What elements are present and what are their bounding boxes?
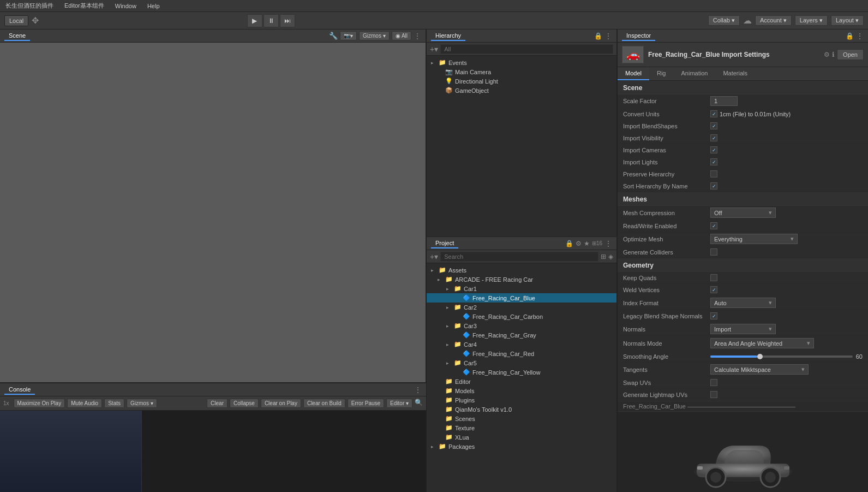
menu-editor[interactable]: Editor基本组件 xyxy=(62,1,106,11)
project-item-car4[interactable]: ▸ 📁 Car4 xyxy=(427,340,616,349)
project-item-texture[interactable]: 📁 Texture xyxy=(427,423,616,432)
weld-vertices-checkbox[interactable] xyxy=(710,286,717,293)
project-item-assets[interactable]: ▸ 📁 Assets xyxy=(427,265,616,275)
inspector-more-btn[interactable]: ⋮ xyxy=(856,32,864,40)
project-item-models[interactable]: 📁 Models xyxy=(427,386,616,395)
normals-mode-dropdown[interactable]: Area And Angle Weighted xyxy=(710,338,814,348)
layout-button[interactable]: Layout ▾ xyxy=(831,15,864,26)
import-tab-model[interactable]: Model xyxy=(618,67,649,80)
inspector-info-icon[interactable]: ℹ xyxy=(832,51,835,58)
normals-dropdown[interactable]: Import xyxy=(710,324,776,334)
project-item-plugins[interactable]: 📁 Plugins xyxy=(427,395,616,405)
generate-colliders-checkbox[interactable] xyxy=(710,248,717,256)
play-button[interactable]: ▶ xyxy=(247,14,262,27)
local-button[interactable]: Local xyxy=(4,15,28,26)
scene-tab[interactable]: Scene xyxy=(4,31,30,41)
hierarchy-more-btn[interactable]: ⋮ xyxy=(604,32,612,40)
layers-button[interactable]: Layers ▾ xyxy=(795,15,828,26)
inspector-tab[interactable]: Inspector xyxy=(622,31,655,41)
project-settings-icon[interactable]: ⚙ xyxy=(576,240,582,247)
clear-on-build-btn[interactable]: Clear on Build xyxy=(303,399,345,408)
generate-lightmap-checkbox[interactable] xyxy=(710,391,717,398)
project-item-car-red[interactable]: 🔷 Free_Racing_Car_Red xyxy=(427,349,616,358)
cloud-icon[interactable]: ☁ xyxy=(743,15,752,26)
gizmos-button[interactable]: Gizmos ▾ xyxy=(359,31,390,40)
import-visibility-checkbox[interactable] xyxy=(710,134,717,141)
convert-units-checkbox[interactable] xyxy=(710,110,717,117)
import-cameras-checkbox[interactable] xyxy=(710,146,717,153)
project-tab[interactable]: Project xyxy=(431,239,458,248)
maximize-btn[interactable]: Maximize On Play xyxy=(14,399,65,408)
project-lock-icon[interactable]: 🔒 xyxy=(565,240,573,247)
account-button[interactable]: Account ▾ xyxy=(755,15,792,26)
hierarchy-item-dir-light[interactable]: 💡 Directional Light xyxy=(427,76,616,86)
import-tab-materials[interactable]: Materials xyxy=(715,67,755,80)
search-console-icon[interactable]: 🔍 xyxy=(415,399,423,408)
wrench-icon[interactable]: 🔧 xyxy=(329,32,338,40)
project-filter-icon[interactable]: ◈ xyxy=(608,253,613,260)
hierarchy-tab[interactable]: Hierarchy xyxy=(431,31,465,41)
project-item-car-blue[interactable]: 🔷 Free_Racing_Car_Blue xyxy=(427,293,616,303)
swap-uvs-checkbox[interactable] xyxy=(710,379,717,386)
open-button[interactable]: Open xyxy=(837,49,864,60)
clear-btn[interactable]: Clear xyxy=(207,399,228,408)
mute-btn[interactable]: Mute Audio xyxy=(67,399,102,408)
project-item-xlua[interactable]: 📁 XLua xyxy=(427,432,616,442)
menu-help[interactable]: Help xyxy=(145,2,162,10)
console-tab[interactable]: Console xyxy=(4,385,35,395)
transform-icon[interactable]: ✥ xyxy=(32,15,39,26)
inspector-lock-icon[interactable]: 🔒 xyxy=(846,32,854,40)
project-item-qianmo[interactable]: 📁 QianMo's Toolkit v1.0 xyxy=(427,405,616,414)
scene-more-button[interactable]: ⋮ xyxy=(414,32,421,40)
preserve-hierarchy-checkbox[interactable] xyxy=(710,170,717,177)
hierarchy-lock-icon[interactable]: 🔒 xyxy=(594,32,602,40)
project-item-scenes[interactable]: 📁 Scenes xyxy=(427,414,616,423)
menu-window[interactable]: Window xyxy=(113,2,139,10)
keep-quads-checkbox[interactable] xyxy=(710,274,717,281)
collapse-btn[interactable]: Collapse xyxy=(230,399,259,408)
step-button[interactable]: ⏭ xyxy=(280,14,295,27)
smoothing-slider-track[interactable] xyxy=(710,355,853,358)
project-item-arcade[interactable]: ▸ 📁 ARCADE - FREE Racing Car xyxy=(427,275,616,284)
tangents-dropdown[interactable]: Calculate Mikktspace xyxy=(710,364,809,375)
stats-btn[interactable]: Stats xyxy=(104,399,124,408)
import-blendshapes-checkbox[interactable] xyxy=(710,122,717,129)
hierarchy-search[interactable] xyxy=(440,44,613,54)
console-more-button[interactable]: ⋮ xyxy=(414,386,422,394)
all-button[interactable]: ◉ All xyxy=(392,31,411,40)
project-item-car3[interactable]: ▸ 📁 Car3 xyxy=(427,321,616,330)
project-item-car-carbon[interactable]: 🔷 Free_Racing_Car_Carbon xyxy=(427,312,616,321)
scale-factor-input[interactable] xyxy=(710,96,738,106)
hierarchy-item-main-camera[interactable]: 📷 Main Camera xyxy=(427,67,616,76)
project-search[interactable] xyxy=(440,252,598,262)
read-write-checkbox[interactable] xyxy=(710,222,717,229)
camera-dropdown[interactable]: 📷▾ xyxy=(340,31,357,40)
gizmos-console-btn[interactable]: Gizmos ▾ xyxy=(127,399,157,408)
error-pause-btn[interactable]: Error Pause xyxy=(348,399,384,408)
optimize-mesh-dropdown[interactable]: Everything xyxy=(710,234,798,244)
legacy-blend-checkbox[interactable] xyxy=(710,312,717,319)
clear-on-play-btn[interactable]: Clear on Play xyxy=(261,399,301,408)
menu-plugin[interactable]: 长生但酒狂的插件 xyxy=(3,1,56,11)
project-item-car1[interactable]: ▸ 📁 Car1 xyxy=(427,284,616,293)
mesh-compression-dropdown[interactable]: Off xyxy=(710,208,776,218)
inspector-settings-icon[interactable]: ⚙ xyxy=(824,51,830,58)
project-more-btn[interactable]: ⋮ xyxy=(604,239,612,248)
editor-btn[interactable]: Editor ▾ xyxy=(386,399,412,408)
import-tab-animation[interactable]: Animation xyxy=(673,67,715,80)
import-tab-rig[interactable]: Rig xyxy=(649,67,674,80)
smoothing-slider-thumb[interactable] xyxy=(757,354,763,359)
project-item-car5[interactable]: ▸ 📁 Car5 xyxy=(427,358,616,367)
hierarchy-item-gameobject[interactable]: 📦 GameObject xyxy=(427,86,616,95)
project-item-editor[interactable]: 📁 Editor xyxy=(427,377,616,386)
project-item-car-gray[interactable]: 🔷 Free_Racing_Car_Gray xyxy=(427,330,616,340)
project-item-car2[interactable]: ▸ 📁 Car2 xyxy=(427,303,616,312)
hierarchy-add-btn[interactable]: +▾ xyxy=(430,45,438,54)
import-lights-checkbox[interactable] xyxy=(710,158,717,165)
sort-hierarchy-checkbox[interactable] xyxy=(710,182,717,189)
project-star-icon[interactable]: ★ xyxy=(584,240,590,247)
index-format-dropdown[interactable]: Auto xyxy=(710,298,776,308)
project-layout-icon[interactable]: ⊞ xyxy=(601,253,606,260)
collab-button[interactable]: Collab ▾ xyxy=(708,15,740,26)
hierarchy-item-events[interactable]: ▸ 📁 Events xyxy=(427,58,616,67)
